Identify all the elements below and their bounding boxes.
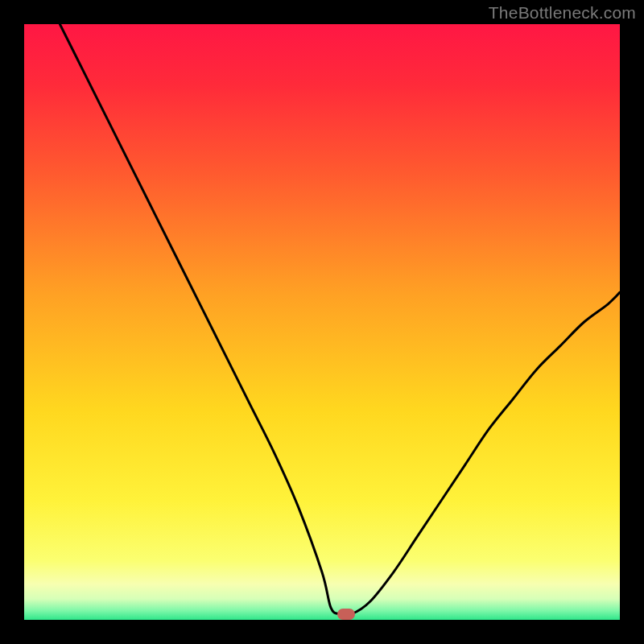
- watermark-text: TheBottleneck.com: [489, 3, 636, 23]
- plot-area: [24, 24, 620, 620]
- optimal-point-marker: [337, 609, 355, 620]
- chart-frame: TheBottleneck.com: [0, 0, 644, 644]
- bottleneck-curve: [24, 24, 620, 620]
